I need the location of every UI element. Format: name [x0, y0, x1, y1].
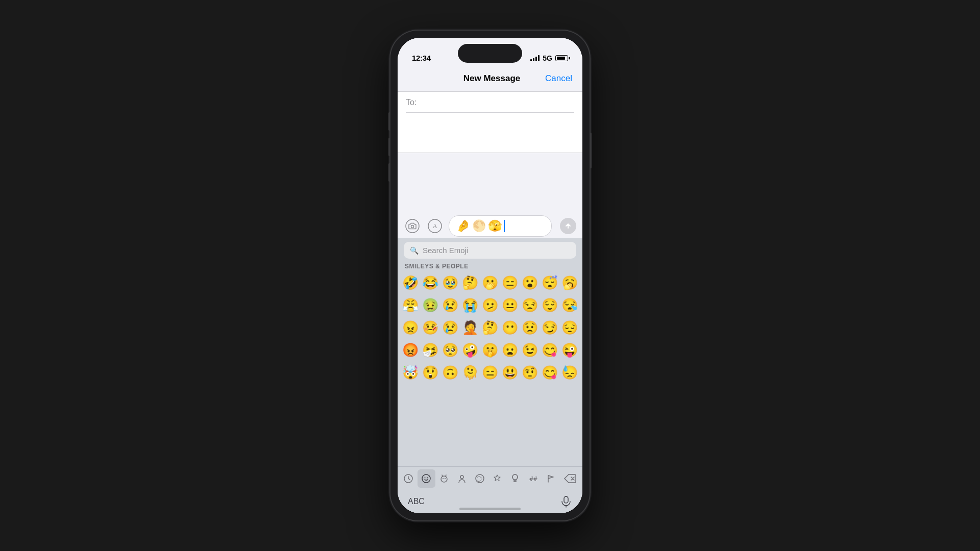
list-item[interactable]: 😐 — [501, 294, 520, 316]
category-sports[interactable] — [471, 469, 488, 488]
list-item[interactable]: 🙃 — [440, 362, 459, 383]
category-travel[interactable] — [488, 469, 506, 488]
svg-point-1 — [411, 226, 414, 228]
list-item[interactable]: 😦 — [501, 339, 520, 361]
cancel-button[interactable]: Cancel — [545, 73, 572, 84]
emoji-2: 🌕 — [472, 220, 486, 232]
list-item[interactable]: 🫠 — [460, 362, 479, 383]
svg-text:A: A — [433, 222, 437, 230]
list-item[interactable]: 😃 — [501, 362, 520, 383]
message-input-content: 🤌 🌕 🫣 — [456, 220, 505, 232]
list-item[interactable]: 🤔 — [480, 317, 499, 338]
text-cursor — [504, 220, 505, 232]
list-item[interactable]: 😜 — [560, 339, 579, 361]
home-indicator — [459, 508, 521, 510]
phone-screen: 12:34 5G New Message Cancel To: — [398, 38, 582, 513]
camera-button[interactable] — [404, 217, 421, 235]
list-item[interactable]: 😂 — [421, 272, 439, 293]
list-item[interactable]: 😮 — [521, 272, 540, 293]
category-people[interactable] — [453, 469, 471, 488]
list-item[interactable]: 🤪 — [460, 339, 479, 361]
category-recent[interactable] — [400, 469, 418, 488]
list-item[interactable]: 🤒 — [421, 317, 439, 338]
svg-rect-14 — [564, 496, 568, 503]
message-input-box[interactable]: 🤌 🌕 🫣 — [449, 215, 552, 237]
svg-point-7 — [427, 477, 428, 478]
list-item[interactable]: 😏 — [541, 317, 559, 338]
nav-title: New Message — [438, 73, 545, 84]
list-item[interactable]: 😶 — [501, 317, 520, 338]
list-item[interactable]: 🤦 — [460, 317, 479, 338]
list-item[interactable]: 😔 — [560, 317, 579, 338]
send-button[interactable] — [560, 218, 576, 234]
list-item[interactable]: 🤢 — [421, 294, 439, 316]
network-type: 5G — [543, 54, 552, 62]
status-right: 5G — [530, 54, 568, 62]
search-icon: 🔍 — [410, 246, 419, 255]
list-item[interactable]: 🤧 — [421, 339, 439, 361]
list-item[interactable]: 🤣 — [401, 272, 420, 293]
list-item[interactable]: 😪 — [560, 294, 579, 316]
battery-icon — [555, 55, 568, 61]
list-item[interactable]: 😌 — [541, 294, 559, 316]
list-item[interactable]: 😢 — [440, 317, 459, 338]
list-item[interactable]: 😑 — [480, 362, 499, 383]
abc-label[interactable]: ABC — [408, 497, 425, 506]
list-item[interactable]: 🫢 — [480, 272, 499, 293]
emoji-keyboard: 🔍 Search Emoji SMILEYS & PEOPLE 🤣 😂 🥹 🤔 … — [398, 238, 582, 513]
signal-bars-icon — [530, 55, 540, 61]
emoji-grid: 🤣 😂 🥹 🤔 🫢 😑 😮 😴 🥱 😤 🤢 😢 😭 🫤 😐 😒 😌 😪 — [398, 272, 582, 383]
list-item[interactable]: 🤔 — [460, 272, 479, 293]
list-item[interactable]: 😤 — [401, 294, 420, 316]
delete-button[interactable] — [559, 469, 580, 488]
list-item[interactable]: 😭 — [460, 294, 479, 316]
svg-text:##: ## — [529, 475, 537, 483]
list-item[interactable]: 😋 — [541, 362, 559, 383]
category-animals[interactable] — [435, 469, 453, 488]
list-item[interactable]: 🥺 — [440, 339, 459, 361]
list-item[interactable]: 🤨 — [521, 362, 540, 383]
svg-point-10 — [445, 478, 446, 479]
list-item[interactable]: 😟 — [521, 317, 540, 338]
mic-icon[interactable] — [560, 495, 572, 508]
emoji-search-bar[interactable]: 🔍 Search Emoji — [404, 242, 576, 259]
list-item[interactable]: 😉 — [521, 339, 540, 361]
emoji-category-bar: ## — [398, 466, 582, 490]
list-item[interactable]: 😢 — [440, 294, 459, 316]
svg-point-6 — [425, 477, 426, 478]
svg-point-9 — [443, 478, 444, 479]
status-time: 12:34 — [412, 54, 431, 62]
svg-point-5 — [422, 474, 430, 483]
message-area: To: — [398, 92, 582, 153]
svg-point-0 — [406, 219, 419, 233]
list-item[interactable]: 🫤 — [480, 294, 499, 316]
category-symbols[interactable]: ## — [524, 469, 542, 488]
list-item[interactable]: 😠 — [401, 317, 420, 338]
list-item[interactable]: 😓 — [560, 362, 579, 383]
emoji-section-label: SMILEYS & PEOPLE — [398, 262, 582, 272]
list-item[interactable]: 🤯 — [401, 362, 420, 383]
phone-device: 12:34 5G New Message Cancel To: — [390, 31, 590, 520]
list-item[interactable]: 🤫 — [480, 339, 499, 361]
emoji-3: 🫣 — [488, 220, 502, 232]
to-label: To: — [406, 98, 416, 107]
search-placeholder: Search Emoji — [423, 246, 468, 255]
list-item[interactable]: 😑 — [501, 272, 520, 293]
category-flags[interactable] — [542, 469, 560, 488]
list-item[interactable]: 🥱 — [560, 272, 579, 293]
svg-point-11 — [460, 475, 463, 479]
list-item[interactable]: 😋 — [541, 339, 559, 361]
list-item[interactable]: 😡 — [401, 339, 420, 361]
recipient-input[interactable] — [419, 98, 574, 107]
input-toolbar: A 🤌 🌕 🫣 — [398, 211, 582, 241]
dynamic-island — [458, 44, 522, 63]
list-item[interactable]: 😲 — [421, 362, 439, 383]
category-smileys[interactable] — [418, 469, 435, 488]
emoji-1: 🤌 — [456, 220, 470, 232]
list-item[interactable]: 😴 — [541, 272, 559, 293]
nav-bar: New Message Cancel — [398, 65, 582, 92]
category-objects[interactable] — [506, 469, 524, 488]
list-item[interactable]: 🥹 — [440, 272, 459, 293]
list-item[interactable]: 😒 — [521, 294, 540, 316]
appstore-button[interactable]: A — [426, 217, 444, 235]
